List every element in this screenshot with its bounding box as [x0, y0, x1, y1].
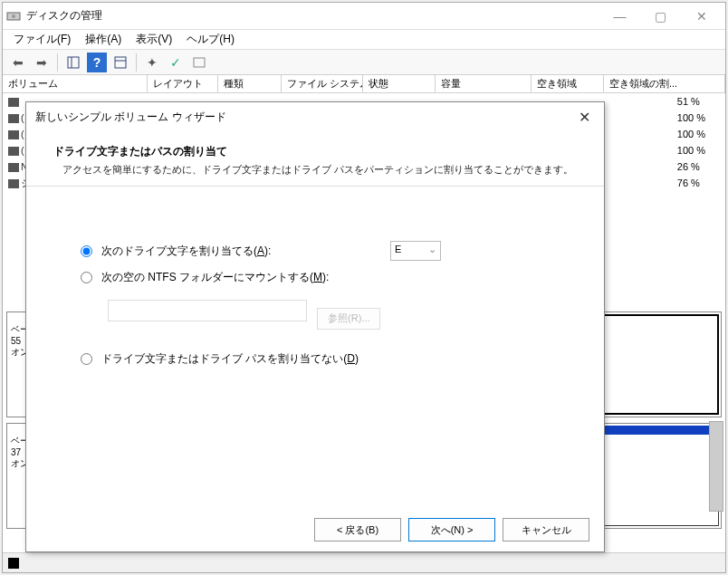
svg-rect-2	[68, 57, 79, 68]
pct-cell: 100 %	[677, 110, 705, 126]
dialog-title: 新しいシンプル ボリューム ウィザード	[35, 110, 573, 125]
back-icon[interactable]: ⬅	[8, 53, 28, 72]
scrollbar[interactable]	[709, 421, 723, 512]
check-icon[interactable]: ✓	[166, 53, 186, 72]
radio-mount-folder-input[interactable]	[81, 272, 92, 283]
dialog-buttons: < 戻る(B) 次へ(N) > キャンセル	[26, 508, 604, 551]
close-button[interactable]: ✕	[681, 4, 722, 29]
col-volume[interactable]: ボリューム	[3, 75, 148, 92]
toolbar: ⬅ ➡ ? ✦ ✓	[3, 50, 725, 75]
volume-icon	[8, 114, 19, 123]
dialog-subtext: アクセスを簡単にするために、ドライブ文字またはドライブ パスをパーティションに割…	[62, 163, 577, 177]
dialog-close-icon[interactable]: ✕	[573, 109, 595, 126]
dialog-body: ドライブ文字またはパスの割り当て アクセスを簡単にするために、ドライブ文字または…	[26, 131, 604, 508]
radio-mount-folder[interactable]: 次の空の NTFS フォルダーにマウントする(M):	[81, 270, 550, 285]
disk-management-icon	[6, 9, 21, 24]
col-free[interactable]: 空き領域	[532, 75, 604, 92]
radio-label: ドライブ文字またはドライブ パスを割り当てない(D)	[101, 351, 359, 367]
wizard-dialog: 新しいシンプル ボリューム ウィザード ✕ ドライブ文字またはパスの割り当て ア…	[25, 101, 605, 552]
radio-assign-letter[interactable]: 次のドライブ文字を割り当てる(A): E	[81, 241, 550, 261]
action-icon[interactable]: ✦	[142, 53, 162, 72]
menu-help[interactable]: ヘルプ(H)	[179, 30, 242, 49]
minimize-button[interactable]: —	[599, 4, 640, 29]
radio-no-assign[interactable]: ドライブ文字またはドライブ パスを割り当てない(D)	[81, 351, 550, 367]
pct-cell: 26 %	[677, 158, 705, 175]
properties-icon[interactable]	[189, 53, 209, 72]
menu-action[interactable]: 操作(A)	[78, 30, 129, 49]
col-capacity[interactable]: 容量	[436, 75, 532, 92]
maximize-button[interactable]: ▢	[640, 4, 681, 29]
statusbar	[3, 552, 725, 572]
window-controls: — ▢ ✕	[599, 4, 722, 29]
pct-cell: 100 %	[677, 126, 705, 142]
radio-label: 次のドライブ文字を割り当てる(A):	[101, 244, 271, 259]
svg-rect-6	[194, 58, 205, 67]
volume-icon	[8, 98, 19, 107]
col-type[interactable]: 種類	[218, 75, 282, 92]
forward-icon[interactable]: ➡	[32, 53, 52, 72]
mount-path-input[interactable]	[108, 300, 307, 321]
pct-cell: 76 %	[677, 175, 705, 191]
svg-point-1	[12, 14, 15, 18]
column-headers: ボリューム レイアウト 種類 ファイル システム 状態 容量 空き領域 空き領域…	[3, 75, 725, 93]
volume-icon	[8, 163, 19, 172]
col-layout[interactable]: レイアウト	[148, 75, 218, 92]
pct-cell: 51 %	[677, 93, 705, 110]
radio-no-assign-input[interactable]	[81, 353, 92, 365]
svg-rect-4	[115, 57, 126, 68]
window-title: ディスクの管理	[26, 8, 599, 24]
list-icon[interactable]	[110, 53, 130, 72]
dialog-heading: ドライブ文字またはパスの割り当て	[53, 144, 577, 159]
pct-cell: 100 %	[677, 142, 705, 158]
volume-icon	[8, 179, 19, 188]
titlebar: ディスクの管理 — ▢ ✕	[3, 3, 725, 30]
separator	[57, 53, 58, 72]
back-button[interactable]: < 戻る(B)	[314, 518, 401, 541]
drive-letter-select[interactable]: E	[390, 241, 441, 261]
radio-assign-letter-input[interactable]	[81, 245, 92, 257]
volume-icon	[8, 130, 19, 139]
divider	[26, 186, 604, 187]
separator	[136, 53, 137, 72]
menu-view[interactable]: 表示(V)	[129, 30, 179, 49]
cancel-button[interactable]: キャンセル	[503, 518, 589, 541]
dialog-titlebar: 新しいシンプル ボリューム ウィザード ✕	[26, 102, 604, 131]
volume-icon	[8, 147, 19, 156]
col-fs[interactable]: ファイル システム	[282, 75, 363, 92]
legend-swatch	[8, 558, 19, 569]
col-freepct[interactable]: 空き領域の割...	[604, 75, 725, 92]
menubar: ファイル(F) 操作(A) 表示(V) ヘルプ(H)	[3, 30, 725, 50]
col-status[interactable]: 状態	[363, 75, 436, 92]
help-icon[interactable]: ?	[87, 53, 107, 72]
menu-file[interactable]: ファイル(F)	[6, 30, 78, 49]
browse-button[interactable]: 参照(R)...	[317, 308, 380, 330]
radio-label: 次の空の NTFS フォルダーにマウントする(M):	[101, 270, 329, 285]
next-button[interactable]: 次へ(N) >	[408, 518, 495, 541]
panel-icon[interactable]	[63, 53, 83, 72]
